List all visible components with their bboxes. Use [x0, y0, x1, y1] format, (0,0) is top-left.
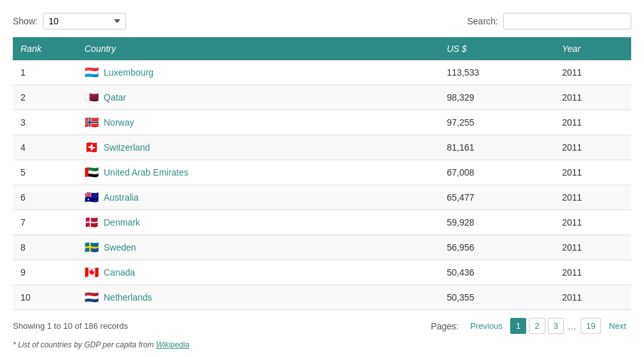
cell-country: 🇩🇰Denmark [77, 210, 439, 235]
footnote: * List of countries by GDP per capita fr… [13, 340, 631, 349]
pages-label: Pages: [431, 321, 459, 331]
flag-icon: 🇳🇴 [85, 117, 99, 128]
cell-country: 🇳🇱Netherlands [77, 285, 439, 310]
data-table: RankCountryUS $Year 1🇱🇺Luxembourg113,533… [13, 37, 631, 310]
table-row: 1🇱🇺Luxembourg113,5332011 [13, 60, 631, 85]
flag-icon: 🇩🇰 [85, 217, 99, 228]
cell-year: 2011 [554, 160, 631, 185]
cell-country: 🇶🇦Qatar [77, 85, 439, 110]
country-link[interactable]: United Arab Emirates [104, 167, 188, 178]
next-button[interactable]: Next [604, 319, 631, 333]
flag-icon: 🇨🇭 [85, 142, 99, 153]
header-row: RankCountryUS $Year [13, 37, 631, 60]
controls-bar: Show: 102550100 Search: [13, 13, 631, 29]
cell-usd: 67,008 [439, 160, 554, 185]
footer: Showing 1 to 10 of 186 records Pages: Pr… [13, 318, 631, 334]
cell-country: 🇦🇺Australia [77, 185, 439, 210]
show-control: Show: 102550100 [13, 13, 126, 29]
col-year: Year [554, 37, 631, 60]
country-link[interactable]: Luxembourg [104, 67, 154, 78]
cell-usd: 65,477 [439, 185, 554, 210]
cell-rank: 1 [13, 60, 77, 85]
previous-button[interactable]: Previous [465, 319, 508, 333]
cell-year: 2011 [554, 260, 631, 285]
cell-year: 2011 [554, 60, 631, 85]
country-link[interactable]: Canada [104, 267, 135, 278]
flag-icon: 🇸🇪 [85, 242, 99, 253]
col-country: Country [77, 37, 439, 60]
cell-country: 🇸🇪Sweden [77, 235, 439, 260]
cell-rank: 2 [13, 85, 77, 110]
col-rank: Rank [13, 37, 77, 60]
table-row: 8🇸🇪Sweden56,9562011 [13, 235, 631, 260]
show-select[interactable]: 102550100 [43, 13, 126, 29]
table-row: 7🇩🇰Denmark59,9282011 [13, 210, 631, 235]
country-link[interactable]: Switzerland [104, 142, 150, 153]
flag-icon: 🇶🇦 [85, 92, 99, 103]
search-control: Search: [467, 13, 631, 29]
table-row: 6🇦🇺Australia65,4772011 [13, 185, 631, 210]
cell-usd: 113,533 [439, 60, 554, 85]
flag-icon: 🇨🇦 [85, 267, 99, 278]
cell-rank: 5 [13, 160, 77, 185]
cell-rank: 8 [13, 235, 77, 260]
cell-rank: 10 [13, 285, 77, 310]
country-link[interactable]: Sweden [104, 242, 136, 253]
page-last-button[interactable]: 19 [581, 318, 601, 334]
cell-year: 2011 [554, 110, 631, 135]
cell-usd: 81,161 [439, 135, 554, 160]
country-link[interactable]: Netherlands [104, 292, 152, 303]
cell-country: 🇨🇭Switzerland [77, 135, 439, 160]
country-link[interactable]: Denmark [104, 217, 140, 228]
country-link[interactable]: Australia [104, 192, 138, 203]
cell-rank: 6 [13, 185, 77, 210]
table-body: 1🇱🇺Luxembourg113,53320112🇶🇦Qatar98,32920… [13, 60, 631, 310]
cell-year: 2011 [554, 210, 631, 235]
cell-usd: 98,329 [439, 85, 554, 110]
page-2-button[interactable]: 2 [529, 318, 545, 334]
col-usd: US $ [439, 37, 554, 60]
cell-rank: 9 [13, 260, 77, 285]
flag-icon: 🇦🇪 [85, 167, 99, 178]
table-row: 9🇨🇦Canada50,4362011 [13, 260, 631, 285]
cell-year: 2011 [554, 135, 631, 160]
flag-icon: 🇳🇱 [85, 292, 99, 303]
pagination: Pages: Previous 1 2 3 … 19 Next [431, 318, 631, 334]
footnote-text: * List of countries by GDP per capita fr… [13, 340, 156, 349]
page-3-button[interactable]: 3 [548, 318, 564, 334]
table-row: 3🇳🇴Norway97,2552011 [13, 110, 631, 135]
cell-usd: 59,928 [439, 210, 554, 235]
flag-icon: 🇦🇺 [85, 192, 99, 203]
showing-text: Showing 1 to 10 of 186 records [13, 321, 128, 331]
table-row: 4🇨🇭Switzerland81,1612011 [13, 135, 631, 160]
cell-usd: 50,355 [439, 285, 554, 310]
cell-country: 🇦🇪United Arab Emirates [77, 160, 439, 185]
cell-year: 2011 [554, 285, 631, 310]
search-input[interactable] [503, 13, 631, 29]
flag-icon: 🇱🇺 [85, 67, 99, 78]
table-row: 10🇳🇱Netherlands50,3552011 [13, 285, 631, 310]
cell-country: 🇱🇺Luxembourg [77, 60, 439, 85]
cell-rank: 7 [13, 210, 77, 235]
cell-country: 🇨🇦Canada [77, 260, 439, 285]
table-row: 2🇶🇦Qatar98,3292011 [13, 85, 631, 110]
cell-usd: 97,255 [439, 110, 554, 135]
search-label: Search: [467, 16, 498, 26]
cell-rank: 3 [13, 110, 77, 135]
page-dots: … [567, 319, 578, 334]
cell-country: 🇳🇴Norway [77, 110, 439, 135]
cell-year: 2011 [554, 185, 631, 210]
show-label: Show: [13, 16, 38, 26]
page-1-button[interactable]: 1 [510, 318, 526, 334]
country-link[interactable]: Norway [104, 117, 134, 128]
cell-rank: 4 [13, 135, 77, 160]
cell-year: 2011 [554, 85, 631, 110]
table-row: 5🇦🇪United Arab Emirates67,0082011 [13, 160, 631, 185]
cell-usd: 56,956 [439, 235, 554, 260]
country-link[interactable]: Qatar [104, 92, 126, 103]
cell-year: 2011 [554, 235, 631, 260]
cell-usd: 50,436 [439, 260, 554, 285]
wikipedia-link[interactable]: Wikipedia [156, 340, 189, 349]
table-header: RankCountryUS $Year [13, 37, 631, 60]
